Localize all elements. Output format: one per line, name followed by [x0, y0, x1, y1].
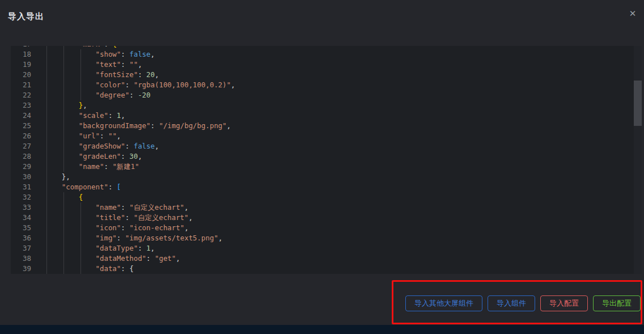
- indent-guide: [63, 162, 64, 172]
- indent-guide: [46, 90, 47, 100]
- modal-title: 导入导出: [8, 11, 44, 22]
- indent-guide: [63, 243, 64, 253]
- indent-guide: [80, 253, 81, 264]
- code-line: 25 "backgroundImage": "/img/bg/bg.png",: [11, 121, 634, 131]
- code-line: 24 "scale": 1,: [11, 111, 634, 121]
- indent-guide: [63, 233, 64, 243]
- indent-guide: [63, 90, 64, 100]
- code-line: 26 "url": "",: [11, 131, 634, 141]
- indent-guide: [46, 100, 47, 111]
- line-number: 25: [11, 121, 37, 131]
- code-line: 27 "gradeShow": false,: [11, 141, 634, 151]
- json-code-editor[interactable]: 17 "mark": {18 "show": false,19 "text": …: [11, 46, 642, 274]
- indent-guide: [80, 233, 81, 243]
- code-line: 28 "gradeLen": 30,: [11, 151, 634, 162]
- line-number: 18: [11, 49, 37, 60]
- line-number: 31: [11, 182, 37, 192]
- code-line: 19 "text": "",: [11, 60, 634, 70]
- code-line: 33 "name": "自定义echart",: [11, 202, 634, 213]
- indent-guide: [63, 111, 64, 121]
- code-lines: 17 "mark": {18 "show": false,19 "text": …: [11, 46, 634, 274]
- import-config-button[interactable]: 导入配置: [540, 295, 588, 311]
- code-line: 39 "data": {: [11, 264, 634, 274]
- indent-guide: [80, 202, 81, 213]
- code-line: 31 "component": [: [11, 182, 634, 192]
- code-line: 21 "color": "rgba(100,100,100,0.2)",: [11, 80, 634, 90]
- line-number: 23: [11, 100, 37, 111]
- indent-guide: [63, 213, 64, 223]
- import-other-screen-components-button[interactable]: 导入其他大屏组件: [405, 295, 482, 311]
- indent-guide: [63, 264, 64, 274]
- line-number: 27: [11, 141, 37, 151]
- indent-guide: [80, 223, 81, 233]
- indent-guide: [46, 162, 47, 172]
- indent-guide: [46, 111, 47, 121]
- export-config-button[interactable]: 导出配置: [593, 295, 641, 311]
- line-number: 36: [11, 233, 37, 243]
- indent-guide: [46, 172, 47, 182]
- indent-guide: [46, 141, 47, 151]
- indent-guide: [46, 151, 47, 162]
- indent-guide: [46, 80, 47, 90]
- import-components-button[interactable]: 导入组件: [488, 295, 535, 311]
- indent-guide: [63, 223, 64, 233]
- line-number: 35: [11, 223, 37, 233]
- code-line: 20 "fontSize": 20,: [11, 70, 634, 80]
- indent-guide: [46, 131, 47, 141]
- line-number: 38: [11, 253, 37, 264]
- indent-guide: [63, 192, 64, 202]
- indent-guide: [46, 233, 47, 243]
- line-number: 34: [11, 213, 37, 223]
- indent-guide: [46, 213, 47, 223]
- indent-guide: [80, 80, 81, 90]
- indent-guide: [46, 70, 47, 80]
- line-number: 19: [11, 60, 37, 70]
- code-line: 34 "title": "自定义echart",: [11, 213, 634, 223]
- import-export-modal: 导入导出 ✕ 17 "mark": {18 "show": false,19 "…: [0, 0, 644, 325]
- code-line: 32 {: [11, 192, 634, 202]
- indent-guide: [46, 253, 47, 264]
- indent-guide: [46, 182, 47, 192]
- indent-guide: [63, 253, 64, 264]
- indent-guide: [46, 243, 47, 253]
- line-number: 22: [11, 90, 37, 100]
- indent-guide: [63, 151, 64, 162]
- line-number: 39: [11, 264, 37, 274]
- line-number: 28: [11, 151, 37, 162]
- code-line: 30 },: [11, 172, 634, 182]
- close-icon[interactable]: ✕: [626, 7, 639, 20]
- indent-guide: [63, 121, 64, 131]
- code-line: 37 "dataType": 1,: [11, 243, 634, 253]
- indent-guide: [63, 60, 64, 70]
- line-number: 24: [11, 111, 37, 121]
- line-number: 26: [11, 131, 37, 141]
- indent-guide: [80, 243, 81, 253]
- line-number: 37: [11, 243, 37, 253]
- line-number: 33: [11, 202, 37, 213]
- scrollbar-thumb[interactable]: [634, 81, 642, 126]
- code-line: 22 "degree": -20: [11, 90, 634, 100]
- code-line: 38 "dataMethod": "get",: [11, 253, 634, 264]
- indent-guide: [46, 223, 47, 233]
- indent-guide: [63, 49, 64, 60]
- indent-guide: [63, 100, 64, 111]
- indent-guide: [46, 49, 47, 60]
- editor-scrollbar[interactable]: [634, 46, 642, 274]
- indent-guide: [63, 131, 64, 141]
- indent-guide: [80, 60, 81, 70]
- indent-guide: [46, 192, 47, 202]
- indent-guide: [80, 213, 81, 223]
- indent-guide: [80, 49, 81, 60]
- code-line: 29 "name": "新建1": [11, 162, 634, 172]
- indent-guide: [63, 80, 64, 90]
- indent-guide: [63, 141, 64, 151]
- indent-guide: [46, 60, 47, 70]
- line-number: 30: [11, 172, 37, 182]
- indent-guide: [80, 90, 81, 100]
- code-line: 35 "icon": "icon-echart",: [11, 223, 634, 233]
- indent-guide: [63, 70, 64, 80]
- indent-guide: [46, 202, 47, 213]
- line-number: 21: [11, 80, 37, 90]
- indent-guide: [46, 121, 47, 131]
- code-line: 36 "img": "img/assets/text5.png",: [11, 233, 634, 243]
